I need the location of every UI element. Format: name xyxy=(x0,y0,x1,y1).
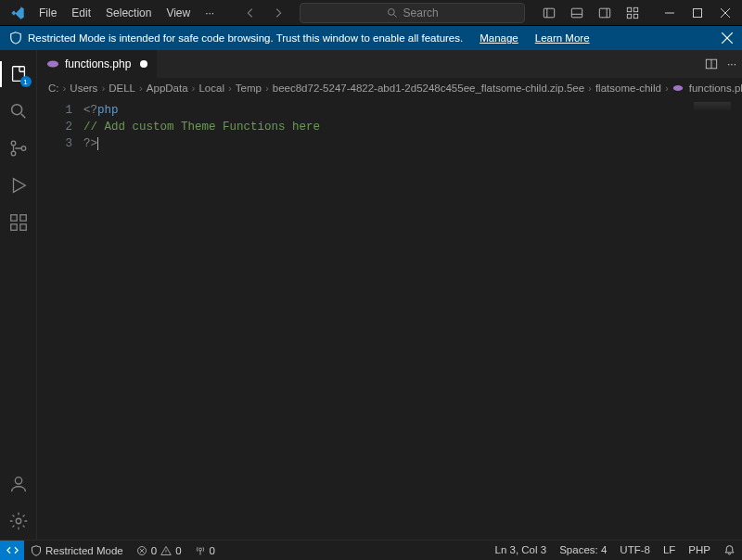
breadcrumb-item[interactable]: DELL xyxy=(109,83,135,94)
status-eol[interactable]: LF xyxy=(657,544,682,555)
svg-rect-10 xyxy=(627,14,631,18)
svg-point-32 xyxy=(672,85,683,91)
svg-rect-26 xyxy=(19,215,25,221)
svg-rect-8 xyxy=(627,7,631,11)
minimap[interactable] xyxy=(694,102,731,111)
toggle-panel-icon[interactable] xyxy=(564,2,590,24)
toggle-primary-sidebar-icon[interactable] xyxy=(536,2,562,24)
window-maximize-button[interactable] xyxy=(684,2,710,24)
nav-back-button[interactable] xyxy=(240,3,261,23)
breadcrumb-item[interactable]: C: xyxy=(48,83,59,94)
activity-bar: 1 xyxy=(0,50,37,540)
main-area: 1 functions.php xyxy=(0,50,742,540)
editor-tabs: functions.php ··· xyxy=(37,50,742,78)
notification-message: Restricted Mode is intended for safe cod… xyxy=(28,32,463,44)
activity-search[interactable] xyxy=(0,93,37,130)
status-cursor-position[interactable]: Ln 3, Col 3 xyxy=(489,544,554,555)
status-ports[interactable]: 0 xyxy=(188,541,222,560)
activity-accounts[interactable] xyxy=(0,465,37,503)
shield-icon xyxy=(31,545,42,556)
svg-rect-2 xyxy=(544,8,554,18)
search-icon xyxy=(387,7,398,19)
status-language[interactable]: PHP xyxy=(682,544,717,555)
restricted-mode-banner: Restricted Mode is intended for safe cod… xyxy=(0,26,742,50)
php-file-icon xyxy=(672,83,684,94)
svg-rect-24 xyxy=(10,224,16,230)
window-minimize-button[interactable] xyxy=(657,2,683,24)
layout-icons xyxy=(536,2,646,24)
code-line[interactable]: // Add custom Theme Functions here xyxy=(83,119,742,135)
line-number: 2 xyxy=(37,119,72,135)
tab-label: functions.php xyxy=(65,57,131,70)
svg-point-28 xyxy=(16,518,21,524)
status-notifications[interactable] xyxy=(717,544,742,556)
toggle-secondary-sidebar-icon[interactable] xyxy=(592,2,618,24)
explorer-badge: 1 xyxy=(20,76,32,87)
breadcrumb-item[interactable]: flatsome-child xyxy=(595,83,661,94)
status-encoding[interactable]: UTF-8 xyxy=(613,544,657,555)
line-number: 3 xyxy=(37,135,72,152)
svg-point-20 xyxy=(11,141,16,146)
svg-rect-6 xyxy=(599,8,609,18)
status-bar: Restricted Mode 0 0 0 Ln 3, Col 3 Spaces… xyxy=(0,540,742,560)
svg-line-1 xyxy=(393,14,396,17)
window-close-button[interactable] xyxy=(712,2,738,24)
code-line[interactable]: <?php xyxy=(83,102,742,119)
activity-source-control[interactable] xyxy=(0,130,37,167)
activity-settings[interactable] xyxy=(0,503,37,540)
line-gutter: 1 2 3 xyxy=(37,98,83,540)
code-line[interactable]: ?> xyxy=(83,135,742,152)
tab-dirty-indicator xyxy=(140,60,147,68)
tab-functions-php[interactable]: functions.php xyxy=(37,50,158,78)
nav-arrows xyxy=(240,3,288,23)
menu-selection[interactable]: Selection xyxy=(98,3,159,23)
antenna-icon xyxy=(195,545,206,556)
menu-more[interactable]: ··· xyxy=(198,3,222,23)
notification-close-button[interactable] xyxy=(722,32,733,44)
customize-layout-icon[interactable] xyxy=(620,2,646,24)
bell-icon xyxy=(723,544,736,556)
status-restricted-mode[interactable]: Restricted Mode xyxy=(24,541,130,560)
svg-line-19 xyxy=(20,114,25,119)
line-number: 1 xyxy=(37,102,72,119)
svg-rect-25 xyxy=(19,224,25,230)
search-placeholder: Search xyxy=(403,6,439,19)
learn-more-link[interactable]: Learn More xyxy=(535,32,590,44)
shield-icon xyxy=(9,32,22,45)
code-editor[interactable]: 1 2 3 <?php // Add custom Theme Function… xyxy=(37,98,742,540)
breadcrumb-item[interactable]: AppData xyxy=(147,83,188,94)
code-content[interactable]: <?php // Add custom Theme Functions here… xyxy=(83,98,742,540)
breadcrumb-item[interactable]: beec8d72-5247-4822-abd1-2d5248c455ee_fla… xyxy=(273,83,584,94)
manage-link[interactable]: Manage xyxy=(480,32,518,44)
remote-indicator[interactable] xyxy=(0,541,24,560)
menu-file[interactable]: File xyxy=(32,3,64,23)
editor-actions: ··· xyxy=(699,50,742,78)
breadcrumb-item[interactable]: Local xyxy=(198,83,224,94)
svg-point-0 xyxy=(388,8,394,15)
svg-point-18 xyxy=(11,105,21,115)
editor-more-icon[interactable]: ··· xyxy=(727,57,736,70)
vscode-logo-icon xyxy=(9,5,26,21)
svg-rect-23 xyxy=(10,215,16,221)
svg-rect-11 xyxy=(633,14,637,18)
breadcrumb-item[interactable]: Users xyxy=(70,83,97,94)
svg-point-21 xyxy=(11,151,16,156)
menu-bar: File Edit Selection View ··· xyxy=(32,3,222,23)
activity-explorer[interactable]: 1 xyxy=(0,56,37,93)
svg-point-22 xyxy=(21,146,26,151)
breadcrumb-item[interactable]: Temp xyxy=(236,83,262,94)
menu-view[interactable]: View xyxy=(159,3,198,23)
editor-area: functions.php ··· C:› Users› DELL› AppDa… xyxy=(37,50,742,540)
activity-extensions[interactable] xyxy=(0,204,37,241)
split-editor-icon[interactable] xyxy=(705,57,718,70)
command-center-search[interactable]: Search xyxy=(300,3,525,23)
status-problems[interactable]: 0 0 xyxy=(130,541,188,560)
activity-run-debug[interactable] xyxy=(0,167,37,204)
nav-forward-button[interactable] xyxy=(268,3,288,23)
status-indentation[interactable]: Spaces: 4 xyxy=(553,544,613,555)
breadcrumb-file[interactable]: functions.php xyxy=(689,83,742,94)
php-file-icon xyxy=(46,57,59,70)
title-bar: File Edit Selection View ··· Search xyxy=(0,0,742,26)
menu-edit[interactable]: Edit xyxy=(64,3,98,23)
svg-point-36 xyxy=(198,548,201,551)
